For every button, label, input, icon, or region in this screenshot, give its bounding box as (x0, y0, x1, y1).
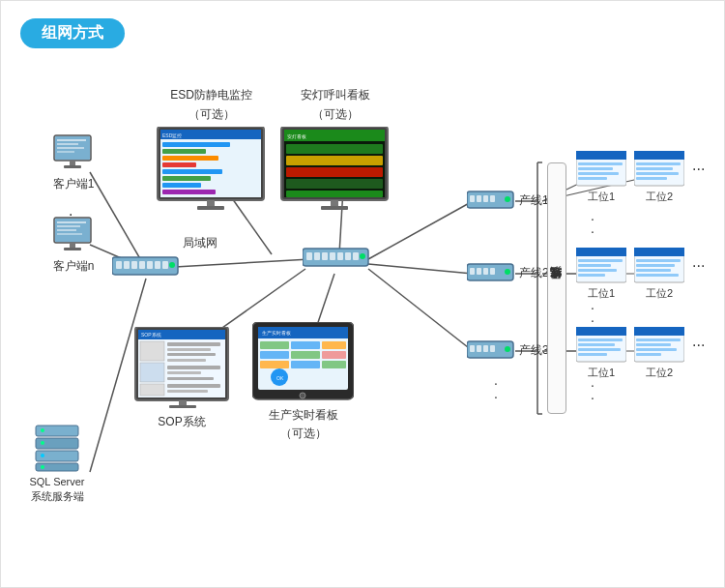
svg-rect-144 (578, 162, 623, 165)
svg-line-10 (368, 269, 473, 351)
svg-rect-169 (578, 343, 615, 346)
svg-line-0 (90, 172, 146, 269)
prodline2-router-icon (467, 262, 515, 283)
svg-rect-94 (140, 341, 164, 361)
sop-label: SOP系统 (158, 414, 205, 430)
svg-rect-153 (636, 177, 667, 180)
svg-rect-132 (477, 268, 481, 275)
client1-label: 客户端1 (53, 176, 95, 192)
svg-rect-84 (286, 156, 383, 165)
svg-rect-52 (147, 261, 153, 269)
svg-point-43 (41, 428, 44, 432)
ws-row3-below-dots2: · (591, 390, 594, 405)
svg-rect-61 (337, 252, 343, 260)
svg-rect-78 (197, 206, 224, 210)
svg-rect-99 (167, 353, 216, 356)
svg-rect-98 (167, 348, 211, 351)
ws1-row2: 工位1 (576, 248, 626, 301)
svg-rect-120 (322, 361, 346, 368)
clientn-label: 客户端n (53, 258, 95, 275)
ws-row2-below-dots2: · (591, 312, 594, 328)
svg-point-46 (41, 465, 44, 469)
svg-rect-76 (162, 190, 216, 194)
svg-rect-118 (260, 361, 289, 368)
ws1-row1: 工位1 (576, 151, 626, 204)
svg-rect-125 (470, 195, 475, 202)
svg-rect-159 (578, 274, 605, 277)
prodline1-row: 产线1 (467, 190, 549, 211)
ws2-row3-label: 工位2 (646, 366, 673, 380)
ws-row3-dots: ··· (692, 327, 705, 354)
server-label: SQL Server系统服务端 (29, 475, 84, 505)
svg-rect-34 (57, 225, 80, 227)
prodline1-router-icon (467, 190, 515, 211)
svg-rect-175 (636, 343, 671, 346)
svg-rect-71 (162, 156, 218, 161)
ws2-row2-thumb (634, 248, 684, 284)
esd-monitor-box: ESD防静电监控 （可选） ESD监控 (156, 87, 267, 212)
svg-rect-72 (162, 162, 196, 167)
svg-rect-83 (286, 144, 383, 154)
prod-board-label: 生产实时看板 (269, 407, 338, 424)
svg-rect-97 (167, 342, 220, 346)
svg-rect-176 (636, 348, 677, 351)
svg-point-123 (300, 393, 305, 398)
svg-rect-102 (167, 371, 201, 374)
svg-rect-69 (162, 142, 230, 147)
central-router-box (303, 247, 370, 270)
svg-rect-117 (322, 351, 346, 359)
svg-rect-119 (291, 361, 320, 368)
svg-text:安灯看板: 安灯看板 (287, 133, 306, 139)
svg-rect-161 (634, 248, 684, 256)
svg-rect-104 (167, 384, 220, 388)
prod-tablet-icon: 生产实时看板 OK (252, 322, 354, 405)
svg-rect-162 (636, 259, 681, 262)
svg-rect-33 (57, 221, 86, 223)
ws-row2-dots: ··· (692, 248, 705, 275)
svg-rect-50 (131, 261, 137, 269)
svg-rect-150 (636, 162, 681, 165)
andon-title: 安灯呼叫看板 (301, 87, 370, 103)
svg-rect-85 (286, 167, 383, 177)
svg-rect-38 (64, 248, 81, 250)
svg-rect-70 (162, 149, 206, 154)
svg-rect-151 (636, 167, 673, 170)
svg-rect-49 (124, 261, 130, 269)
prodline3-router-icon (467, 339, 515, 361)
diagram: 客户端1 · · 客户端n (20, 66, 707, 578)
ws2-row2-label: 工位2 (646, 286, 673, 301)
svg-rect-168 (578, 338, 623, 341)
svg-rect-73 (162, 169, 222, 174)
ws2-row1: 工位2 (634, 151, 684, 204)
ws1-row1-label: 工位1 (588, 190, 615, 204)
connection-label-box: 有线或无线连接终端 (547, 162, 566, 414)
andon-screen-icon: 安灯看板 (279, 127, 391, 212)
svg-point-135 (505, 269, 510, 275)
svg-rect-112 (260, 341, 289, 349)
svg-rect-133 (483, 268, 488, 275)
sql-server-box: SQL Server系统服务端 (28, 424, 86, 505)
lan-label: 局域网 (183, 235, 218, 251)
svg-rect-127 (483, 195, 488, 202)
svg-rect-89 (321, 206, 348, 210)
clientn-box: 客户端n (49, 216, 98, 275)
svg-rect-165 (636, 274, 679, 277)
svg-rect-37 (70, 243, 75, 248)
svg-rect-36 (57, 233, 82, 235)
ws2-row1-label: 工位2 (646, 190, 673, 204)
prodline2-row: 产线2 (467, 262, 549, 283)
client1-box: 客户端1 (49, 133, 98, 192)
svg-rect-128 (490, 195, 495, 202)
svg-rect-88 (331, 200, 338, 206)
svg-rect-95 (140, 363, 164, 382)
ws1-row2-thumb (576, 248, 626, 284)
svg-rect-58 (314, 252, 320, 260)
svg-rect-174 (636, 338, 681, 341)
svg-rect-145 (578, 167, 613, 170)
svg-point-141 (505, 346, 510, 352)
svg-rect-149 (634, 151, 684, 160)
svg-rect-96 (140, 384, 164, 396)
svg-text:OK: OK (276, 375, 284, 381)
svg-rect-106 (179, 400, 187, 405)
svg-rect-29 (70, 161, 75, 165)
